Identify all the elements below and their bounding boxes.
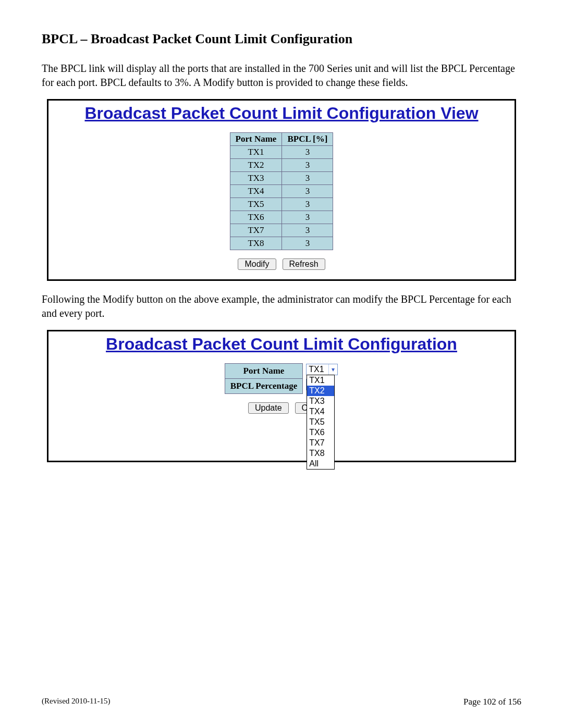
cell-pct: 3 bbox=[282, 211, 333, 224]
chevron-down-icon: ▾ bbox=[328, 364, 337, 375]
bpcl-table: Port Name BPCL [%] TX13 TX23 TX33 TX43 T… bbox=[230, 132, 334, 250]
port-option[interactable]: TX3 bbox=[307, 396, 334, 406]
modify-paragraph: Following the Modify button on the above… bbox=[42, 292, 521, 320]
cell-pct: 3 bbox=[282, 159, 333, 172]
table-row: TX23 bbox=[230, 159, 333, 172]
table-row: TX43 bbox=[230, 185, 333, 198]
table-row: TX13 bbox=[230, 146, 333, 159]
cell-port: TX1 bbox=[230, 146, 282, 159]
bpcl-view-title: Broadcast Packet Count Limit Configurati… bbox=[53, 103, 510, 127]
cell-port: TX6 bbox=[230, 211, 282, 224]
bpcl-view-panel: Broadcast Packet Count Limit Configurati… bbox=[47, 99, 516, 281]
label-bpcl-pct: BPCL Percentage bbox=[225, 379, 303, 394]
cell-pct: 3 bbox=[282, 185, 333, 198]
page-footer: (Revised 2010-11-15) Page 102 of 156 bbox=[42, 697, 521, 707]
port-dropdown: TX1 TX2 TX3 TX4 TX5 TX6 TX7 TX8 All bbox=[307, 375, 335, 470]
cell-port: TX8 bbox=[230, 237, 282, 250]
col-port-name: Port Name bbox=[230, 133, 282, 146]
port-option[interactable]: All bbox=[307, 459, 334, 469]
port-option[interactable]: TX1 bbox=[307, 375, 334, 386]
port-option[interactable]: TX4 bbox=[307, 406, 334, 417]
col-bpcl-pct: BPCL [%] bbox=[282, 133, 333, 146]
cell-pct: 3 bbox=[282, 237, 333, 250]
cell-port: TX5 bbox=[230, 198, 282, 211]
modify-button[interactable]: Modify bbox=[238, 258, 276, 270]
port-select[interactable]: TX1 ▾ TX1 TX2 TX3 TX4 TX5 TX6 TX7 TX8 bbox=[306, 364, 338, 375]
intro-paragraph: The BPCL link will display all the ports… bbox=[42, 61, 521, 90]
cell-pct: 3 bbox=[282, 172, 333, 185]
table-row: TX83 bbox=[230, 237, 333, 250]
port-option[interactable]: TX5 bbox=[307, 417, 334, 427]
port-option[interactable]: TX6 bbox=[307, 427, 334, 438]
cell-pct: 3 bbox=[282, 198, 333, 211]
port-select-value: TX1 bbox=[307, 365, 328, 374]
update-button[interactable]: Update bbox=[248, 402, 289, 414]
bpcl-modify-title: Broadcast Packet Count Limit Configurati… bbox=[53, 334, 510, 358]
port-option[interactable]: TX2 bbox=[307, 386, 334, 396]
cell-pct: 3 bbox=[282, 146, 333, 159]
cell-pct: 3 bbox=[282, 224, 333, 237]
section-heading: BPCL – Broadcast Packet Count Limit Conf… bbox=[42, 31, 521, 47]
bpcl-modify-panel: Broadcast Packet Count Limit Configurati… bbox=[47, 330, 516, 462]
cell-port: TX4 bbox=[230, 185, 282, 198]
port-option[interactable]: TX8 bbox=[307, 448, 334, 459]
cell-port: TX7 bbox=[230, 224, 282, 237]
table-row: TX53 bbox=[230, 198, 333, 211]
page-number: Page 102 of 156 bbox=[463, 697, 521, 707]
cell-port: TX2 bbox=[230, 159, 282, 172]
table-row: TX33 bbox=[230, 172, 333, 185]
label-port-name: Port Name bbox=[225, 364, 303, 379]
revised-date: (Revised 2010-11-15) bbox=[42, 697, 111, 707]
refresh-button[interactable]: Refresh bbox=[283, 258, 325, 270]
cell-port: TX3 bbox=[230, 172, 282, 185]
table-row: TX73 bbox=[230, 224, 333, 237]
port-option[interactable]: TX7 bbox=[307, 438, 334, 448]
modify-table: Port Name TX1 ▾ TX1 TX2 TX3 TX4 TX5 T bbox=[225, 363, 339, 394]
table-row: TX63 bbox=[230, 211, 333, 224]
